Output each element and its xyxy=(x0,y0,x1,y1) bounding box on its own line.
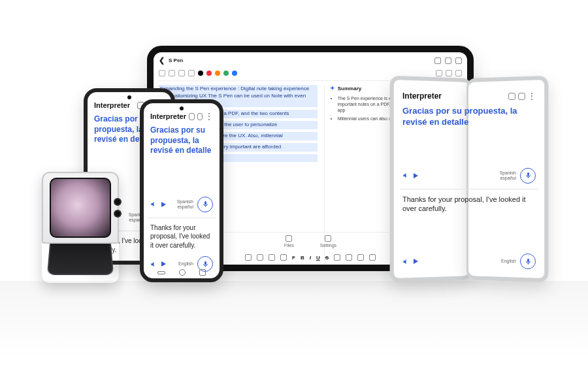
bold-button[interactable]: B xyxy=(301,255,304,261)
tablet-note-header: ❮ S Pen xyxy=(159,56,462,67)
files-icon xyxy=(286,235,292,242)
eraser-tool-icon[interactable] xyxy=(178,70,185,76)
ai-icon[interactable] xyxy=(455,70,462,76)
font-button[interactable]: F xyxy=(292,255,295,261)
flip-phone xyxy=(42,172,119,283)
attach-icon[interactable] xyxy=(280,254,287,261)
color-green[interactable] xyxy=(223,71,229,76)
image-icon[interactable] xyxy=(257,254,263,261)
color-red[interactable] xyxy=(206,71,212,76)
fold-right-panel xyxy=(466,76,548,283)
back-icon[interactable]: ❮ xyxy=(159,56,165,65)
fold-phone: Interpreter ⋮ Gracias por su propuesta, … xyxy=(391,78,547,280)
highlighter-tool-icon[interactable] xyxy=(169,70,175,76)
source-language-label[interactable]: English xyxy=(178,261,193,267)
highlight-color-icon[interactable] xyxy=(346,254,352,261)
tab-files[interactable]: Files xyxy=(284,235,294,248)
flip-cover-screen[interactable] xyxy=(50,178,111,238)
voice-icon[interactable] xyxy=(269,254,275,261)
tab-settings[interactable]: Settings xyxy=(320,235,336,248)
color-blue[interactable] xyxy=(232,71,237,76)
back-nav-icon[interactable] xyxy=(199,269,206,276)
source-text: Thanks for your proposal, I've looked it… xyxy=(150,223,213,250)
home-icon[interactable] xyxy=(179,269,186,276)
text-color-icon[interactable] xyxy=(334,254,340,261)
mic-button[interactable] xyxy=(197,197,213,212)
translated-text: Gracias por su propuesta, la revisé en d… xyxy=(150,125,213,156)
share-icon[interactable] xyxy=(434,57,441,64)
android-navbar xyxy=(144,269,220,276)
app-title: Interpreter xyxy=(150,112,186,120)
speaker-icon[interactable] xyxy=(150,261,157,268)
numbering-icon[interactable] xyxy=(369,254,376,261)
more-icon[interactable] xyxy=(455,57,462,64)
strike-button[interactable]: S xyxy=(325,255,329,261)
table-reflection xyxy=(0,281,588,392)
flip-cover xyxy=(42,172,119,244)
app-title: Interpreter xyxy=(94,101,135,109)
redo-icon[interactable] xyxy=(446,70,452,76)
color-black[interactable] xyxy=(198,71,203,76)
undo-icon[interactable] xyxy=(436,70,442,76)
italic-button[interactable]: I xyxy=(310,255,311,261)
tablet-title: S Pen xyxy=(169,57,183,63)
recents-icon[interactable] xyxy=(157,271,165,274)
more-icon[interactable]: ⋮ xyxy=(205,112,213,120)
sparkle-icon: ✦ xyxy=(330,85,335,91)
camera-lens-icon xyxy=(114,210,122,218)
play-icon[interactable] xyxy=(161,261,166,267)
summary-heading: Summary xyxy=(338,86,361,91)
fullscreen-icon[interactable] xyxy=(197,113,203,120)
flip-cameras xyxy=(114,198,122,218)
pen-tool-icon[interactable] xyxy=(159,70,165,76)
target-language-label[interactable]: Spanish español xyxy=(177,199,193,209)
bar-phone-front: Interpreter ⋮ Gracias por su propuesta, … xyxy=(140,99,223,282)
bullets-icon[interactable] xyxy=(357,254,364,261)
divider xyxy=(148,218,216,218)
underline-button[interactable]: U xyxy=(316,255,320,261)
play-icon[interactable] xyxy=(161,202,166,207)
add-page-icon[interactable] xyxy=(445,57,451,64)
checklist-icon[interactable] xyxy=(245,254,252,261)
swap-layout-icon[interactable] xyxy=(189,113,194,120)
fold-left-panel xyxy=(390,76,472,283)
settings-icon xyxy=(325,235,331,242)
s-pen-stylus xyxy=(363,46,441,51)
camera-lens-icon xyxy=(114,198,122,206)
flip-keyboard-half xyxy=(47,244,114,275)
text-tool-icon[interactable] xyxy=(188,70,195,76)
speaker-icon[interactable] xyxy=(150,201,157,208)
color-orange[interactable] xyxy=(215,71,220,76)
